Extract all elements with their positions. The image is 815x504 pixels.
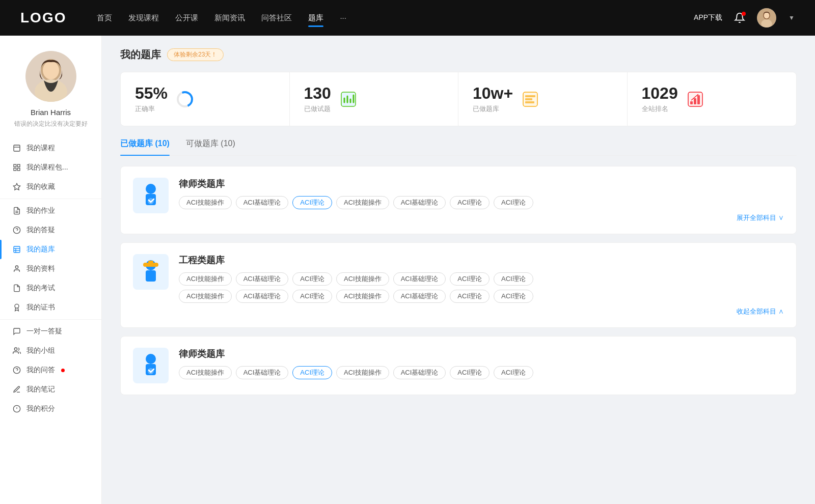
- svg-point-24: [15, 304, 19, 308]
- nav-qbank[interactable]: 题库: [308, 11, 323, 25]
- tag-item[interactable]: ACI基础理论: [236, 196, 289, 209]
- sidebar-item-myqa[interactable]: 我的问答: [0, 360, 101, 380]
- tutor-icon: [12, 327, 21, 335]
- nav-discover[interactable]: 发现课程: [128, 11, 159, 25]
- trial-badge: 体验剩余23天！: [167, 48, 224, 61]
- tag-item[interactable]: ACI理论: [292, 290, 332, 303]
- svg-point-2: [761, 19, 772, 27]
- tag-item[interactable]: ACI技能操作: [179, 196, 232, 209]
- tag-item[interactable]: ACI基础理论: [393, 290, 446, 303]
- svg-point-7: [43, 61, 59, 79]
- sidebar-item-mycourse[interactable]: 我的课程: [0, 138, 101, 158]
- sidebar-item-favorites[interactable]: 我的收藏: [0, 177, 101, 197]
- sidebar-menu: 我的课程 我的课程包... 我的收藏 我的作业: [0, 138, 101, 418]
- sidebar-item-qbank[interactable]: 我的题库: [0, 240, 101, 259]
- qbank-card-1: 工程类题库 ACI技能操作 ACI基础理论 ACI理论 ACI技能操作 ACI基…: [120, 242, 797, 328]
- tag-item[interactable]: ACI基础理论: [393, 366, 446, 379]
- sidebar-item-points[interactable]: 我的积分: [0, 399, 101, 418]
- svg-marker-14: [13, 183, 20, 190]
- nav-qa[interactable]: 问答社区: [261, 11, 292, 25]
- sidebar-item-notes[interactable]: 我的笔记: [0, 380, 101, 399]
- sidebar-label: 我的课程: [26, 144, 55, 153]
- svg-point-53: [146, 354, 156, 364]
- page-wrap: Brian Harris 错误的决定比没有决定要好 我的课程 我的课程包... …: [0, 36, 815, 504]
- svg-point-46: [146, 184, 156, 194]
- sidebar-item-certificate[interactable]: 我的证书: [0, 298, 101, 317]
- tab-available-banks[interactable]: 可做题库 (10): [186, 138, 235, 155]
- tag-item[interactable]: ACI理论: [494, 366, 533, 379]
- qbank-tags-2: ACI技能操作 ACI基础理论 ACI理论 ACI技能操作 ACI基础理论 AC…: [179, 366, 784, 379]
- sidebar-item-profile[interactable]: 我的资料: [0, 259, 101, 278]
- homework-icon: [12, 207, 21, 215]
- sidebar-item-questions[interactable]: 我的答疑: [0, 220, 101, 240]
- tag-item[interactable]: ACI基础理论: [393, 196, 446, 209]
- sidebar-item-coursepack[interactable]: 我的课程包...: [0, 158, 101, 177]
- sidebar-label: 我的课程包...: [26, 163, 68, 172]
- tag-item[interactable]: ACI技能操作: [336, 272, 389, 286]
- stat-done-banks-label: 已做题库: [473, 104, 513, 114]
- svg-rect-8: [14, 145, 20, 151]
- qbank-icon-lawyer2: [133, 348, 169, 383]
- tag-item[interactable]: ACI基础理论: [236, 272, 289, 286]
- tag-item[interactable]: ACI技能操作: [336, 290, 389, 303]
- nav-opencourse[interactable]: 公开课: [175, 11, 198, 25]
- tag-item[interactable]: ACI基础理论: [236, 366, 289, 379]
- tag-item[interactable]: ACI理论: [450, 290, 490, 303]
- tab-done-banks[interactable]: 已做题库 (10): [120, 138, 170, 155]
- sidebar-item-tutor[interactable]: 一对一答疑: [0, 322, 101, 341]
- stat-done-banks: 10w+ 已做题库: [458, 72, 628, 126]
- tag-item[interactable]: ACI理论: [450, 196, 490, 209]
- certificate-icon: [12, 303, 21, 312]
- sidebar-item-exam[interactable]: 我的考试: [0, 278, 101, 298]
- tag-item-selected[interactable]: ACI理论: [292, 196, 332, 209]
- tag-item[interactable]: ACI理论: [450, 366, 490, 379]
- tag-item[interactable]: ACI基础理论: [393, 272, 446, 286]
- tag-item[interactable]: ACI技能操作: [179, 272, 232, 286]
- sidebar-item-homework[interactable]: 我的作业: [0, 201, 101, 220]
- sidebar-label: 我的题库: [26, 245, 55, 254]
- svg-rect-13: [14, 168, 16, 171]
- group-icon: [12, 347, 21, 355]
- tag-item[interactable]: ACI理论: [494, 272, 533, 286]
- sidebar-label: 我的证书: [26, 303, 55, 312]
- page-header: 我的题库 体验剩余23天！: [120, 48, 797, 62]
- notes-icon: [12, 385, 21, 394]
- questions-icon: [12, 226, 21, 234]
- user-avatar[interactable]: [757, 8, 776, 27]
- expand-button-0[interactable]: 展开全部科目 ∨: [179, 213, 784, 222]
- svg-point-23: [15, 266, 18, 268]
- app-download-button[interactable]: APP下载: [694, 13, 722, 22]
- stat-accuracy: 55% 正确率: [121, 72, 290, 126]
- stat-done-questions-value: 130: [304, 85, 331, 102]
- qbank-icon: [12, 245, 21, 254]
- tag-item[interactable]: ACI理论: [292, 272, 332, 286]
- tag-item[interactable]: ACI技能操作: [179, 366, 232, 379]
- tag-item-selected[interactable]: ACI理论: [292, 366, 332, 379]
- tag-item[interactable]: ACI理论: [494, 290, 533, 303]
- tag-item[interactable]: ACI基础理论: [236, 290, 289, 303]
- nav-news[interactable]: 新闻资讯: [214, 11, 245, 25]
- tag-item[interactable]: ACI技能操作: [336, 196, 389, 209]
- qbank-tags-row1: ACI技能操作 ACI基础理论 ACI理论 ACI技能操作 ACI基础理论 AC…: [179, 272, 784, 286]
- svg-point-48: [148, 198, 154, 204]
- tag-item[interactable]: ACI技能操作: [336, 366, 389, 379]
- nav-more[interactable]: ···: [340, 11, 346, 25]
- tag-item[interactable]: ACI技能操作: [179, 290, 232, 303]
- sidebar-label: 我的问答: [26, 366, 55, 375]
- collapse-button-1[interactable]: 收起全部科目 ∧: [179, 307, 784, 316]
- sidebar-item-group[interactable]: 我的小组: [0, 341, 101, 360]
- tag-item[interactable]: ACI理论: [450, 272, 490, 286]
- profile-icon: [12, 265, 21, 273]
- nav-home[interactable]: 首页: [97, 11, 112, 25]
- profile-name: Brian Harris: [31, 108, 71, 117]
- svg-rect-52: [148, 261, 153, 264]
- tag-item[interactable]: ACI理论: [494, 196, 533, 209]
- coursepack-icon: [12, 163, 21, 172]
- user-menu-chevron-icon[interactable]: ▼: [789, 14, 795, 21]
- svg-rect-10: [14, 164, 16, 167]
- qbank-card-0: 律师类题库 ACI技能操作 ACI基础理论 ACI理论 ACI技能操作 ACI基…: [120, 166, 797, 234]
- qbank-title-2: 律师类题库: [179, 348, 784, 360]
- notification-bell-icon[interactable]: [732, 11, 747, 25]
- sidebar-label: 一对一答疑: [26, 327, 62, 336]
- qbank-title-1: 工程类题库: [179, 254, 784, 266]
